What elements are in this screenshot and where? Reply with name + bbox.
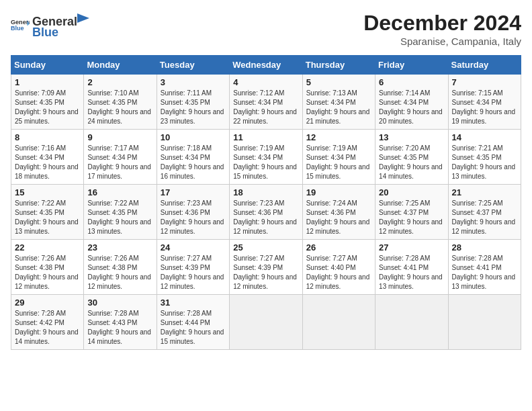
calendar-subtitle: Sparanise, Campania, Italy (363, 36, 521, 47)
day-number: 23 (87, 242, 152, 253)
calendar-cell: 26 Sunrise: 7:27 AM Sunset: 4:40 PM Dayl… (302, 240, 375, 295)
day-number: 31 (161, 298, 226, 308)
day-number: 18 (233, 187, 298, 197)
day-number: 2 (87, 77, 152, 87)
calendar-cell: 18 Sunrise: 7:23 AM Sunset: 4:36 PM Dayl… (230, 185, 302, 240)
day-number: 12 (306, 132, 371, 142)
day-number: 29 (15, 298, 80, 308)
day-number: 3 (161, 77, 226, 87)
day-info: Sunrise: 7:22 AM Sunset: 4:35 PM Dayligh… (87, 199, 152, 236)
day-info: Sunrise: 7:15 AM Sunset: 4:34 PM Dayligh… (452, 89, 517, 126)
day-info: Sunrise: 7:21 AM Sunset: 4:35 PM Dayligh… (452, 144, 517, 181)
logo-arrow (77, 11, 89, 26)
weekday-header: Saturday (448, 56, 521, 75)
calendar-cell: 4 Sunrise: 7:12 AM Sunset: 4:34 PM Dayli… (230, 75, 302, 130)
calendar-cell: 17 Sunrise: 7:23 AM Sunset: 4:36 PM Dayl… (157, 185, 229, 240)
day-number: 22 (15, 242, 80, 253)
day-number: 21 (452, 187, 517, 197)
calendar-cell: 10 Sunrise: 7:18 AM Sunset: 4:34 PM Dayl… (157, 130, 229, 185)
day-number: 14 (452, 132, 517, 142)
day-number: 9 (87, 132, 152, 142)
calendar-title: December 2024 (363, 11, 521, 36)
calendar-cell: 25 Sunrise: 7:27 AM Sunset: 4:39 PM Dayl… (230, 240, 302, 295)
day-number: 19 (306, 187, 371, 197)
calendar-cell: 12 Sunrise: 7:19 AM Sunset: 4:34 PM Dayl… (302, 130, 375, 185)
weekday-header: Wednesday (230, 56, 302, 75)
day-number: 17 (161, 187, 226, 197)
day-number: 10 (161, 132, 226, 142)
day-number: 24 (161, 242, 226, 253)
calendar-week-row: 8 Sunrise: 7:16 AM Sunset: 4:34 PM Dayli… (11, 130, 521, 185)
day-number: 16 (87, 187, 152, 197)
title-area: December 2024 Sparanise, Campania, Italy (363, 11, 521, 47)
day-info: Sunrise: 7:24 AM Sunset: 4:36 PM Dayligh… (306, 199, 371, 236)
calendar-table: SundayMondayTuesdayWednesdayThursdayFrid… (11, 55, 521, 350)
calendar-cell: 6 Sunrise: 7:14 AM Sunset: 4:34 PM Dayli… (375, 75, 448, 130)
day-info: Sunrise: 7:22 AM Sunset: 4:35 PM Dayligh… (15, 199, 80, 236)
day-number: 1 (15, 77, 80, 87)
svg-text:Blue: Blue (11, 26, 24, 32)
day-info: Sunrise: 7:27 AM Sunset: 4:39 PM Dayligh… (233, 254, 298, 291)
calendar-cell: 23 Sunrise: 7:26 AM Sunset: 4:38 PM Dayl… (84, 240, 157, 295)
header: General Blue General Blue December 2024 … (11, 11, 521, 47)
day-info: Sunrise: 7:11 AM Sunset: 4:35 PM Dayligh… (161, 89, 226, 126)
calendar-cell: 14 Sunrise: 7:21 AM Sunset: 4:35 PM Dayl… (448, 130, 521, 185)
calendar-cell: 15 Sunrise: 7:22 AM Sunset: 4:35 PM Dayl… (11, 185, 84, 240)
calendar-cell: 3 Sunrise: 7:11 AM Sunset: 4:35 PM Dayli… (157, 75, 229, 130)
weekday-header: Sunday (11, 56, 84, 75)
day-info: Sunrise: 7:20 AM Sunset: 4:35 PM Dayligh… (379, 144, 444, 181)
day-info: Sunrise: 7:28 AM Sunset: 4:41 PM Dayligh… (452, 254, 517, 291)
day-number: 6 (379, 77, 444, 87)
day-number: 26 (306, 242, 371, 253)
day-info: Sunrise: 7:27 AM Sunset: 4:40 PM Dayligh… (306, 254, 371, 291)
calendar-cell (375, 295, 448, 350)
day-number: 25 (233, 242, 298, 253)
calendar-cell (302, 295, 375, 350)
day-info: Sunrise: 7:23 AM Sunset: 4:36 PM Dayligh… (233, 199, 298, 236)
day-number: 13 (379, 132, 444, 142)
svg-marker-4 (77, 13, 89, 23)
logo: General Blue General Blue (11, 11, 89, 40)
calendar-cell: 28 Sunrise: 7:28 AM Sunset: 4:41 PM Dayl… (448, 240, 521, 295)
day-info: Sunrise: 7:26 AM Sunset: 4:38 PM Dayligh… (15, 254, 80, 291)
calendar-cell (448, 295, 521, 350)
calendar-cell: 5 Sunrise: 7:13 AM Sunset: 4:34 PM Dayli… (302, 75, 375, 130)
calendar-cell: 2 Sunrise: 7:10 AM Sunset: 4:35 PM Dayli… (84, 75, 157, 130)
calendar-cell: 24 Sunrise: 7:27 AM Sunset: 4:39 PM Dayl… (157, 240, 229, 295)
calendar-week-row: 22 Sunrise: 7:26 AM Sunset: 4:38 PM Dayl… (11, 240, 521, 295)
calendar-week-row: 29 Sunrise: 7:28 AM Sunset: 4:42 PM Dayl… (11, 295, 521, 350)
calendar-cell: 30 Sunrise: 7:28 AM Sunset: 4:43 PM Dayl… (84, 295, 157, 350)
logo-blue: Blue (32, 26, 58, 39)
weekday-header: Thursday (302, 56, 375, 75)
day-info: Sunrise: 7:19 AM Sunset: 4:34 PM Dayligh… (306, 144, 371, 181)
calendar-cell: 9 Sunrise: 7:17 AM Sunset: 4:34 PM Dayli… (84, 130, 157, 185)
weekday-header: Friday (375, 56, 448, 75)
day-number: 8 (15, 132, 80, 142)
weekday-header: Tuesday (157, 56, 229, 75)
day-info: Sunrise: 7:25 AM Sunset: 4:37 PM Dayligh… (379, 199, 444, 236)
day-info: Sunrise: 7:28 AM Sunset: 4:43 PM Dayligh… (87, 309, 152, 347)
calendar-cell: 27 Sunrise: 7:28 AM Sunset: 4:41 PM Dayl… (375, 240, 448, 295)
calendar-cell: 31 Sunrise: 7:28 AM Sunset: 4:44 PM Dayl… (157, 295, 229, 350)
day-info: Sunrise: 7:28 AM Sunset: 4:42 PM Dayligh… (15, 309, 80, 347)
day-info: Sunrise: 7:28 AM Sunset: 4:44 PM Dayligh… (161, 309, 226, 347)
day-info: Sunrise: 7:14 AM Sunset: 4:34 PM Dayligh… (379, 89, 444, 126)
day-info: Sunrise: 7:12 AM Sunset: 4:34 PM Dayligh… (233, 89, 298, 126)
logo-icon: General Blue (11, 15, 30, 34)
calendar-cell: 13 Sunrise: 7:20 AM Sunset: 4:35 PM Dayl… (375, 130, 448, 185)
day-number: 7 (452, 77, 517, 87)
calendar-cell: 11 Sunrise: 7:19 AM Sunset: 4:34 PM Dayl… (230, 130, 302, 185)
day-number: 30 (87, 298, 152, 308)
day-info: Sunrise: 7:18 AM Sunset: 4:34 PM Dayligh… (161, 144, 226, 181)
calendar-cell: 1 Sunrise: 7:09 AM Sunset: 4:35 PM Dayli… (11, 75, 84, 130)
calendar-cell: 22 Sunrise: 7:26 AM Sunset: 4:38 PM Dayl… (11, 240, 84, 295)
day-info: Sunrise: 7:13 AM Sunset: 4:34 PM Dayligh… (306, 89, 371, 126)
calendar-cell: 8 Sunrise: 7:16 AM Sunset: 4:34 PM Dayli… (11, 130, 84, 185)
calendar-week-row: 1 Sunrise: 7:09 AM Sunset: 4:35 PM Dayli… (11, 75, 521, 130)
calendar-cell: 21 Sunrise: 7:25 AM Sunset: 4:37 PM Dayl… (448, 185, 521, 240)
day-number: 27 (379, 242, 444, 253)
svg-text:General: General (11, 19, 30, 26)
weekday-header: Monday (84, 56, 157, 75)
calendar-cell: 29 Sunrise: 7:28 AM Sunset: 4:42 PM Dayl… (11, 295, 84, 350)
calendar-week-row: 15 Sunrise: 7:22 AM Sunset: 4:35 PM Dayl… (11, 185, 521, 240)
